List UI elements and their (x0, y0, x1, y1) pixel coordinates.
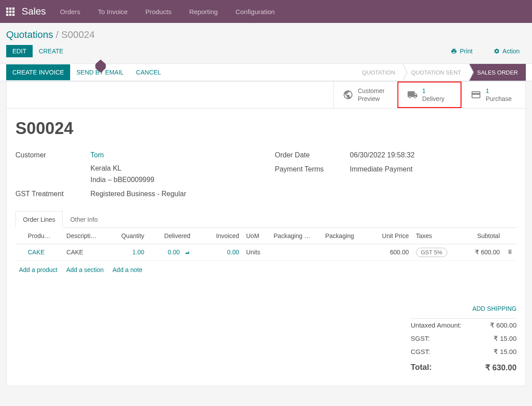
col-subtotal[interactable]: Subtotal (462, 228, 503, 244)
line-uom: Units (243, 244, 270, 261)
customer-label: Customer (15, 151, 86, 185)
print-icon (451, 48, 457, 54)
nav-configuration[interactable]: Configuration (236, 8, 275, 15)
breadcrumb-quotations[interactable]: Quotations (6, 29, 53, 40)
untaxed-value: ₹ 600.00 (490, 321, 517, 329)
line-packaging (322, 244, 368, 261)
col-delivered[interactable]: Delivered (148, 228, 203, 244)
breadcrumb: Quotations / S00024 (0, 23, 532, 45)
nav-products[interactable]: Products (145, 8, 171, 15)
status-quotation-sent[interactable]: QUOTATION SENT (403, 64, 469, 81)
line-quantity[interactable]: 1.00 (109, 244, 148, 261)
order-date-label: Order Date (275, 151, 345, 159)
totals-section: ADD SHIPPING Untaxed Amount: ₹ 600.00 SG… (15, 305, 517, 375)
top-nav: Sales Orders To Invoice Products Reporti… (0, 0, 532, 23)
col-packaging[interactable]: Packaging (322, 228, 368, 244)
gst-treatment-value: Registered Business - Regular (90, 190, 186, 198)
tab-order-lines[interactable]: Order Lines (15, 211, 63, 228)
print-button[interactable]: Print (445, 45, 479, 57)
create-button[interactable]: CREATE (33, 45, 70, 57)
toolbar: EDIT CREATE Print Action (0, 45, 532, 63)
delivery-button[interactable]: 1 Delivery (397, 82, 461, 108)
order-date-value: 06/30/2022 19:58:32 (350, 151, 415, 159)
line-packaging-qty (270, 244, 322, 261)
col-unit-price[interactable]: Unit Price (368, 228, 412, 244)
nav-to-invoice[interactable]: To Invoice (98, 8, 128, 15)
purchase-label: Purchase (486, 95, 512, 103)
nav-reporting[interactable]: Reporting (189, 8, 218, 15)
purchase-count: 1 (486, 87, 512, 95)
add-note-link[interactable]: Add a note (112, 266, 142, 273)
customer-preview-button[interactable]: CustomerPreview (333, 82, 397, 108)
status-quotation[interactable]: QUOTATION (354, 64, 403, 81)
sgst-value: ₹ 15.00 (494, 335, 517, 343)
customer-region: Kerala KL (90, 163, 154, 174)
delivery-count: 1 (422, 87, 445, 95)
add-links: Add a product Add a section Add a note (15, 261, 517, 279)
cancel-button[interactable]: CANCEL (130, 64, 167, 80)
customer-name[interactable]: Tom (90, 151, 154, 159)
line-description: CAKE (63, 244, 109, 261)
line-taxes: GST 5% (412, 244, 462, 261)
tab-other-info[interactable]: Other Info (63, 211, 105, 228)
payment-terms-label: Payment Terms (275, 165, 345, 173)
add-shipping-button[interactable]: ADD SHIPPING (411, 305, 517, 319)
col-taxes[interactable]: Taxes (412, 228, 462, 244)
sgst-label: SGST: (411, 335, 430, 343)
fields-grid: Customer Tom Kerala KL India – bBE000999… (15, 151, 517, 197)
status-bar: QUOTATION QUOTATION SENT SALES ORDER (354, 64, 526, 81)
credit-card-icon (471, 89, 481, 100)
apps-icon[interactable] (6, 7, 15, 16)
line-invoiced[interactable]: 0.00 (203, 244, 243, 261)
nav-orders[interactable]: Orders (60, 8, 80, 15)
action-bar: CREATE INVOICE SEND BY EMAIL CANCEL QUOT… (0, 63, 532, 81)
line-subtotal: ₹ 600.00 (462, 244, 503, 261)
col-quantity[interactable]: Quantity (109, 228, 148, 244)
col-packaging-qty[interactable]: Packaging … (270, 228, 322, 244)
cgst-value: ₹ 15.00 (494, 348, 517, 356)
delivery-label: Delivery (422, 95, 445, 103)
line-product[interactable]: CAKE (24, 244, 63, 261)
order-lines-table: Produ… Descripti… Quantity Delivered Inv… (15, 228, 517, 261)
truck-icon (407, 89, 418, 100)
table-row[interactable]: CAKE CAKE 1.00 0.00 0.00 Units 600.00 GS… (15, 244, 517, 261)
edit-button[interactable]: EDIT (6, 45, 33, 57)
create-invoice-button[interactable]: CREATE INVOICE (6, 64, 70, 80)
record-body: S00024 Customer Tom Kerala KL India – bB… (7, 108, 525, 385)
col-invoiced[interactable]: Invoiced (203, 228, 243, 244)
col-product[interactable]: Produ… (24, 228, 63, 244)
total-label: Total: (411, 363, 432, 372)
action-button[interactable]: Action (487, 45, 526, 57)
content: CustomerPreview 1 Delivery 1 Purchase S0… (6, 81, 526, 386)
add-product-link[interactable]: Add a product (19, 266, 57, 273)
total-value: ₹ 630.00 (485, 363, 517, 372)
col-description[interactable]: Descripti… (63, 228, 109, 244)
globe-icon (343, 89, 353, 100)
delete-line-icon[interactable] (503, 244, 517, 261)
col-uom[interactable]: UoM (243, 228, 270, 244)
untaxed-label: Untaxed Amount: (411, 321, 461, 329)
gear-icon (494, 48, 500, 54)
add-section-link[interactable]: Add a section (66, 266, 104, 273)
nav-menu: Orders To Invoice Products Reporting Con… (60, 8, 275, 15)
payment-terms-value: Immediate Payment (350, 165, 412, 173)
tabs: Order Lines Other Info (15, 211, 517, 228)
cgst-label: CGST: (411, 348, 430, 356)
stat-buttons: CustomerPreview 1 Delivery 1 Purchase (7, 82, 525, 108)
customer-preview-label: CustomerPreview (358, 87, 385, 103)
app-name[interactable]: Sales (22, 6, 46, 17)
record-title: S00024 (15, 119, 517, 138)
line-delivered[interactable]: 0.00 (148, 244, 203, 261)
breadcrumb-current: S00024 (61, 29, 95, 40)
purchase-button[interactable]: 1 Purchase (461, 82, 525, 108)
gst-treatment-label: GST Treatment (15, 190, 86, 198)
area-chart-icon (184, 250, 190, 255)
status-sales-order[interactable]: SALES ORDER (469, 64, 526, 81)
customer-country: India – bBE0009999 (90, 174, 154, 186)
breadcrumb-separator: / (56, 29, 59, 40)
line-unit-price: 600.00 (368, 244, 412, 261)
